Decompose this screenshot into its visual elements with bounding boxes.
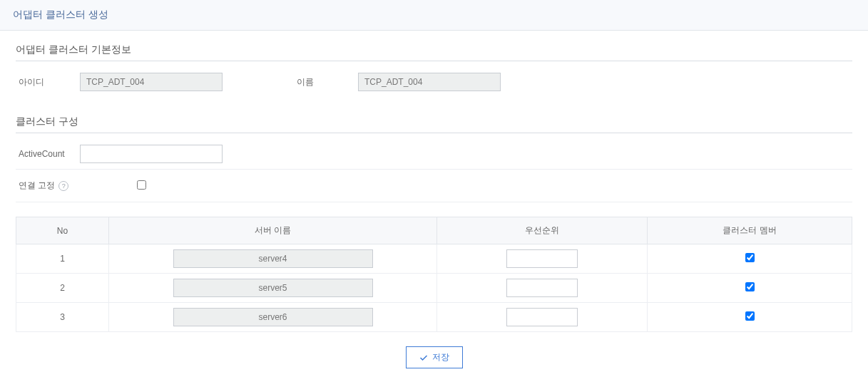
cell-member xyxy=(648,244,852,274)
server-name-input xyxy=(173,308,373,326)
check-icon xyxy=(419,353,428,362)
server-table: No 서버 이름 우선순위 클러스터 멤버 123 xyxy=(16,217,852,332)
cell-priority xyxy=(437,303,648,332)
active-count-input[interactable] xyxy=(80,145,223,163)
basic-info-row: 아이디 이름 xyxy=(16,70,852,101)
col-header-member: 클러스터 멤버 xyxy=(648,217,852,244)
member-checkbox[interactable] xyxy=(745,253,755,262)
table-row: 1 xyxy=(16,244,852,274)
name-label: 이름 xyxy=(294,76,358,88)
priority-input[interactable] xyxy=(506,249,578,268)
save-button[interactable]: 저장 xyxy=(406,346,463,368)
help-icon[interactable]: ? xyxy=(58,181,68,191)
active-count-row: ActiveCount xyxy=(16,142,852,169)
footer-actions: 저장 xyxy=(16,332,852,372)
fixed-connection-row: 연결 고정 ? xyxy=(16,169,852,202)
cluster-config-title: 클러스터 구성 xyxy=(16,115,852,133)
cell-no: 3 xyxy=(16,303,109,332)
cell-priority xyxy=(437,244,648,274)
content-area: 어댑터 클러스터 기본정보 아이디 이름 클러스터 구성 ActiveCount… xyxy=(0,31,868,372)
server-name-input xyxy=(173,279,373,297)
cell-no: 1 xyxy=(16,244,109,274)
fixed-connection-checkbox[interactable] xyxy=(137,180,146,190)
fixed-connection-checkbox-cell xyxy=(137,180,146,192)
cell-member xyxy=(648,303,852,332)
table-row: 2 xyxy=(16,274,852,303)
col-header-priority: 우선순위 xyxy=(437,217,648,244)
name-input xyxy=(358,73,501,91)
priority-input[interactable] xyxy=(506,279,578,297)
table-row: 3 xyxy=(16,303,852,332)
save-button-label: 저장 xyxy=(432,351,449,363)
active-count-label: ActiveCount xyxy=(16,149,80,159)
server-name-input xyxy=(173,249,373,268)
table-header-row: No 서버 이름 우선순위 클러스터 멤버 xyxy=(16,217,852,244)
id-label: 아이디 xyxy=(16,76,80,88)
priority-input[interactable] xyxy=(506,308,578,326)
page-header: 어댑터 클러스터 생성 xyxy=(0,0,868,31)
col-header-server: 서버 이름 xyxy=(109,217,437,244)
member-checkbox[interactable] xyxy=(745,282,755,291)
name-field-block: 이름 xyxy=(294,73,501,91)
cell-no: 2 xyxy=(16,274,109,303)
cell-server xyxy=(109,303,437,332)
fixed-connection-label-wrap: 연결 고정 ? xyxy=(16,180,137,192)
id-field-block: 아이디 xyxy=(16,73,223,91)
fixed-connection-label: 연결 고정 xyxy=(19,180,55,192)
col-header-no: No xyxy=(16,217,109,244)
cell-server xyxy=(109,244,437,274)
id-input xyxy=(80,73,223,91)
member-checkbox[interactable] xyxy=(745,311,755,321)
cell-priority xyxy=(437,274,648,303)
cell-server xyxy=(109,274,437,303)
basic-info-title: 어댑터 클러스터 기본정보 xyxy=(16,43,852,61)
cell-member xyxy=(648,274,852,303)
page-title: 어댑터 클러스터 생성 xyxy=(13,9,855,21)
cluster-config-section: 클러스터 구성 ActiveCount 연결 고정 ? xyxy=(16,115,852,202)
basic-info-section: 어댑터 클러스터 기본정보 아이디 이름 xyxy=(16,43,852,101)
